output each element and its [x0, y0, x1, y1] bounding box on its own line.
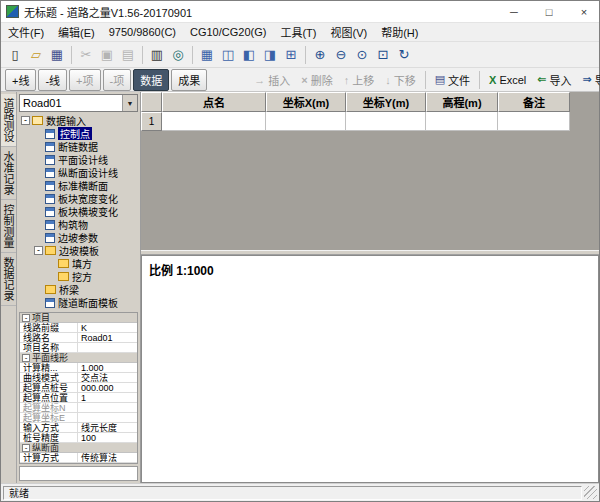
action-button-0[interactable]: →插入	[249, 70, 295, 90]
tree-item[interactable]: 构筑物	[19, 218, 138, 231]
close-button[interactable]: ×	[569, 1, 599, 22]
property-value[interactable]: 传统算法	[78, 453, 137, 462]
drawing-canvas[interactable]: 比例 1:1000	[141, 255, 599, 483]
print-button[interactable]: ▥	[147, 45, 167, 65]
property-value[interactable]: 100	[78, 433, 137, 442]
action-icon-0: →	[254, 74, 265, 86]
resize-grip[interactable]	[584, 486, 597, 499]
new-button[interactable]: ▯	[5, 45, 25, 65]
action-button-5[interactable]: ▤文件	[430, 70, 475, 90]
tree-item[interactable]: 挖方	[19, 270, 138, 283]
action-button-9[interactable]: ⇒导出	[578, 70, 600, 90]
tree-item[interactable]: 板块横坡变化	[19, 205, 138, 218]
module-tab-1[interactable]: 水准记录	[1, 147, 16, 200]
menu-item-2[interactable]: 9750/9860(C)	[102, 24, 183, 40]
tree-item[interactable]: 断链数据	[19, 140, 138, 153]
property-value[interactable]: 1	[78, 393, 137, 402]
property-value[interactable]: K	[78, 323, 137, 332]
menu-item-6[interactable]: 帮助(H)	[374, 22, 425, 42]
column-header[interactable]: 高程(m)	[426, 92, 498, 112]
collapse-icon[interactable]: -	[22, 444, 30, 452]
toggle-button-3[interactable]: -项	[103, 69, 132, 91]
copy-button[interactable]: ▣	[97, 45, 117, 65]
property-section[interactable]: -平面线形	[20, 353, 137, 363]
property-label: 曲线模式	[20, 373, 78, 382]
open-button[interactable]: ▱	[26, 45, 46, 65]
tree-item[interactable]: 纵断面设计线	[19, 166, 138, 179]
collapse-icon[interactable]: -	[21, 116, 30, 125]
form-view-button[interactable]: ◫	[218, 45, 238, 65]
menu-item-0[interactable]: 文件(F)	[1, 22, 51, 42]
column-header[interactable]: 备注	[498, 92, 570, 112]
table-cell[interactable]	[266, 112, 346, 131]
tree-item[interactable]: -数据输入	[19, 114, 138, 127]
module-tab-2[interactable]: 控制测量	[1, 200, 16, 253]
property-value[interactable]: Road01	[78, 333, 137, 342]
property-value[interactable]: 000.000	[78, 383, 137, 392]
zoom-in-button[interactable]: ⊕	[310, 45, 330, 65]
minimize-button[interactable]: ─	[499, 1, 529, 22]
tile-windows-button[interactable]: ⊞	[281, 45, 301, 65]
collapse-icon[interactable]: -	[34, 246, 43, 255]
toggle-button-4[interactable]: 数据	[133, 69, 169, 91]
zoom-extents-button[interactable]: ⊙	[352, 45, 372, 65]
property-value[interactable]: 1.000	[78, 363, 137, 372]
road-select[interactable]: Road01 ▼	[19, 94, 138, 112]
chevron-down-icon[interactable]: ▼	[122, 95, 137, 111]
action-button-1[interactable]: ×删除	[296, 70, 337, 90]
table-cell[interactable]	[498, 112, 570, 131]
toggle-button-1[interactable]: -线	[38, 69, 67, 91]
toggle-button-0[interactable]: +线	[5, 69, 36, 91]
toggle-button-5[interactable]: 成果	[171, 69, 207, 91]
save-button[interactable]: ▦	[47, 45, 67, 65]
zoom-out-icon: ⊖	[336, 48, 347, 61]
property-value[interactable]	[78, 343, 137, 352]
maximize-button[interactable]: □	[534, 1, 564, 22]
zoom-window-button[interactable]: ⊡	[373, 45, 393, 65]
menu-item-3[interactable]: CG10/CG20(G)	[183, 24, 273, 40]
split-view-button[interactable]: ◧	[239, 45, 259, 65]
module-tab-0[interactable]: 道路测设	[1, 94, 16, 147]
action-button-2[interactable]: ↑上移	[339, 70, 380, 90]
property-value[interactable]: 线元长度	[78, 423, 137, 432]
table-cell[interactable]	[162, 112, 266, 131]
menu-item-5[interactable]: 视图(V)	[323, 22, 374, 42]
tree-item[interactable]: 标准横断面	[19, 179, 138, 192]
collapse-icon[interactable]: -	[22, 314, 30, 322]
find-button[interactable]: ◎	[168, 45, 188, 65]
zoom-out-button[interactable]: ⊖	[331, 45, 351, 65]
data-view-button[interactable]: ▦	[197, 45, 217, 65]
tree-item[interactable]: 板块宽度变化	[19, 192, 138, 205]
column-header[interactable]: 点名	[162, 92, 266, 112]
property-section[interactable]: -纵断面	[20, 443, 137, 453]
cascade-windows-button[interactable]: ◨	[260, 45, 280, 65]
tree-item[interactable]: 填方	[19, 257, 138, 270]
tree-item[interactable]: 隧道断面模板	[19, 296, 138, 309]
module-tab-3[interactable]: 数据记录	[1, 253, 16, 306]
paste-button[interactable]: ▤	[118, 45, 138, 65]
cut-button[interactable]: ✂	[76, 45, 96, 65]
action-button-7[interactable]: XExcel	[484, 72, 531, 88]
tree-item[interactable]: 桥梁	[19, 283, 138, 296]
action-button-8[interactable]: ⇐导入	[532, 70, 576, 90]
property-value[interactable]	[78, 413, 137, 422]
column-header[interactable]: 坐标X(m)	[266, 92, 346, 112]
tree-item[interactable]: 控制点	[19, 127, 138, 140]
property-section-label: 项目	[32, 313, 50, 323]
table-cell[interactable]	[426, 112, 498, 131]
column-header[interactable]: 坐标Y(m)	[346, 92, 426, 112]
collapse-icon[interactable]: -	[22, 354, 30, 362]
menu-item-1[interactable]: 编辑(E)	[51, 22, 102, 42]
menu-item-4[interactable]: 工具(T)	[273, 22, 323, 42]
tree-item[interactable]: 平面设计线	[19, 153, 138, 166]
table-cell[interactable]	[346, 112, 426, 131]
property-value[interactable]: 交点法	[78, 373, 137, 382]
toggle-button-2[interactable]: +项	[69, 69, 100, 91]
property-value[interactable]	[78, 403, 137, 412]
action-button-3[interactable]: ↓下移	[380, 70, 421, 90]
tree-item[interactable]: -边坡模板	[19, 244, 138, 257]
refresh-button[interactable]: ↻	[394, 45, 414, 65]
tree-item[interactable]: 边坡参数	[19, 231, 138, 244]
row-header[interactable]: 1	[141, 112, 162, 131]
property-section[interactable]: -项目	[20, 313, 137, 323]
